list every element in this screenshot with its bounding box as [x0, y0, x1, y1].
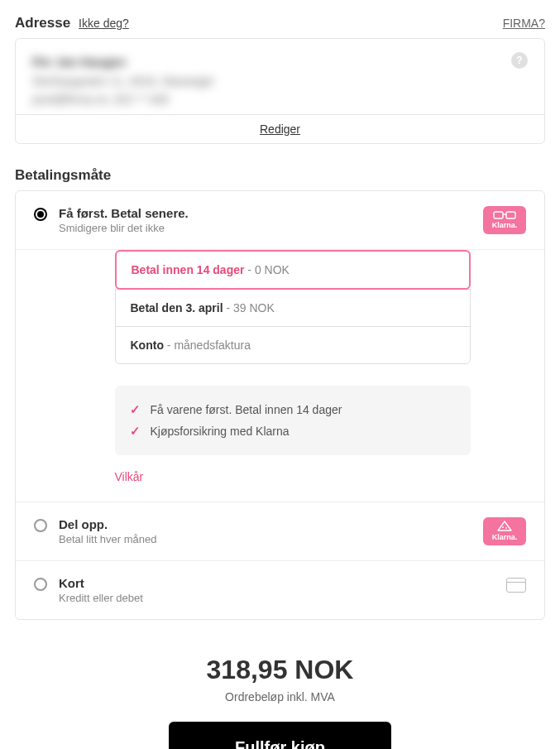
radio-selected-icon [34, 208, 47, 221]
edit-link[interactable]: Rediger [260, 122, 300, 136]
total-amount: 318,95 NOK [15, 655, 545, 685]
payment-option-card[interactable]: Kort Kreditt eller debet [16, 561, 544, 619]
sub-option-price: - 0 NOK [244, 263, 289, 276]
klarna-badge: Klarna. [483, 517, 526, 545]
check-icon: ✓ [130, 424, 141, 439]
payment-option-pay-later[interactable]: Få først. Betal senere. Smidigere blir d… [16, 191, 544, 250]
address-contact: post@firma.no, 922 ** 448 [32, 90, 528, 108]
svg-rect-0 [494, 212, 503, 218]
totals: 318,95 NOK Ordrebeløp inkl. MVA Fullfør … [15, 655, 545, 749]
payment-option-split[interactable]: Del opp. Betal litt hver måned Klarna. [16, 502, 544, 561]
address-blurred: Per Jan Haugen Storhaugveien 11, 4016, S… [32, 52, 528, 109]
payment-panel: Få først. Betal senere. Smidigere blir d… [15, 190, 545, 620]
address-header: Adresse Ikke deg? FIRMA? [15, 15, 545, 31]
payment-title: Betalingsmåte [15, 167, 111, 184]
sub-option-title: Betal den 3. april [131, 301, 223, 314]
payment-option-sub: Betal litt hver måned [59, 533, 471, 545]
payment-header: Betalingsmåte [15, 167, 545, 184]
svg-point-3 [502, 526, 504, 528]
benefit-text: Kjøpsforsikring med Klarna [151, 425, 290, 438]
benefit-row: ✓ Kjøpsforsikring med Klarna [130, 420, 456, 442]
payment-option-body: Kort Kreditt eller debet [59, 576, 495, 604]
svg-point-4 [505, 527, 507, 529]
sub-options: Betal innen 14 dager - 0 NOK Betal den 3… [115, 250, 471, 364]
payment-option-title: Kort [59, 576, 495, 590]
radio-icon [34, 519, 47, 532]
benefit-text: Få varene først. Betal innen 14 dager [151, 403, 342, 416]
firma-link[interactable]: FIRMA? [503, 17, 545, 30]
svg-rect-1 [506, 212, 515, 218]
payment-option-body: Del opp. Betal litt hver måned [59, 517, 471, 545]
payment-expanded: Betal innen 14 dager - 0 NOK Betal den 3… [16, 250, 544, 502]
edit-row: Rediger [16, 114, 544, 143]
sub-option-title: Betal innen 14 dager [132, 263, 245, 276]
payment-option-title: Få først. Betal senere. [59, 206, 471, 220]
sunglasses-icon [493, 210, 516, 220]
check-icon: ✓ [130, 402, 141, 417]
total-label: Ordrebeløp inkl. MVA [15, 690, 545, 703]
payment-option-sub: Kreditt eller debet [59, 592, 495, 604]
terms-link[interactable]: Vilkår [115, 470, 471, 483]
klarna-label: Klarna. [492, 221, 518, 229]
payment-option-body: Få først. Betal senere. Smidigere blir d… [59, 206, 471, 234]
sub-option-april[interactable]: Betal den 3. april - 39 NOK [115, 289, 471, 327]
pizza-slice-icon [496, 521, 513, 532]
card-icon [506, 578, 526, 593]
klarna-badge: Klarna. [483, 206, 526, 234]
address-panel: ? Per Jan Haugen Storhaugveien 11, 4016,… [15, 38, 545, 144]
payment-option-sub: Smidigere blir det ikke [59, 222, 471, 234]
payment-option-title: Del opp. [59, 517, 471, 531]
sub-option-konto[interactable]: Konto - månedsfaktura [115, 326, 471, 364]
klarna-label: Klarna. [492, 533, 518, 541]
not-you-link[interactable]: Ikke deg? [79, 17, 129, 30]
sub-option-price: - månedsfaktura [164, 338, 251, 352]
sub-option-price: - 39 NOK [223, 301, 275, 314]
benefits-box: ✓ Få varene først. Betal innen 14 dager … [115, 386, 471, 455]
sub-option-title: Konto [131, 338, 164, 352]
sub-option-14-days[interactable]: Betal innen 14 dager - 0 NOK [115, 250, 471, 290]
address-name: Per Jan Haugen [32, 52, 528, 72]
address-title: Adresse [15, 15, 70, 31]
address-street: Storhaugveien 11, 4016, Stavanger [32, 72, 528, 90]
radio-icon [34, 578, 47, 591]
complete-purchase-button[interactable]: Fullfør kjøp [169, 722, 391, 749]
benefit-row: ✓ Få varene først. Betal innen 14 dager [130, 399, 456, 420]
